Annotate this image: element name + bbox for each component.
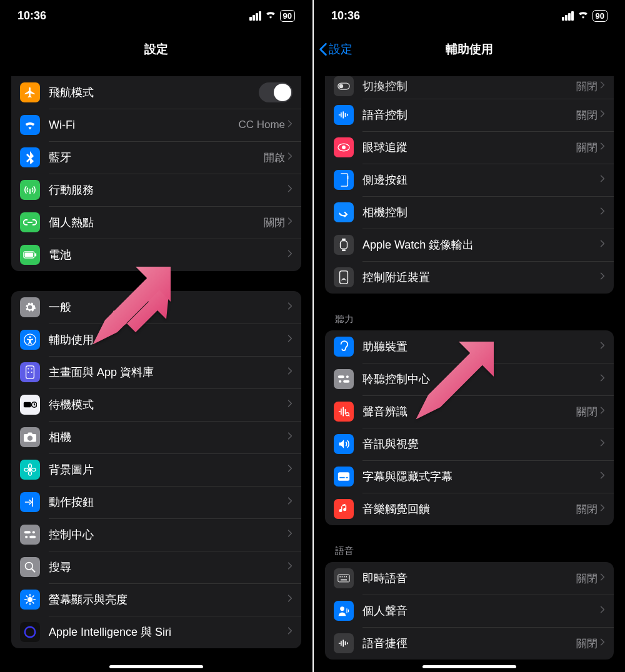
cellular-signal-icon xyxy=(562,11,574,21)
row-value: 開啟 xyxy=(264,151,285,165)
chevron-right-icon xyxy=(288,529,292,540)
row-audio-visual[interactable]: 音訊與視覺 xyxy=(325,428,614,460)
phone-right: 切換控制關閉語音控制關閉眼球追蹤關閉側邊按鈕相機控制Apple Watch 鏡像… xyxy=(312,0,625,672)
svg-point-39 xyxy=(339,380,341,383)
row-live-speech[interactable]: 即時語音關閉 xyxy=(325,562,614,595)
battery-indicator: 90 xyxy=(280,10,295,22)
chevron-right-icon xyxy=(600,341,605,352)
svg-rect-44 xyxy=(338,575,349,582)
svg-point-20 xyxy=(25,536,28,538)
home-indicator[interactable] xyxy=(109,665,203,668)
back-button[interactable]: 設定 xyxy=(319,31,352,67)
svg-rect-41 xyxy=(338,472,349,480)
chevron-right-icon xyxy=(600,142,605,153)
row-hotspot[interactable]: 個人熱點關閉 xyxy=(11,206,301,239)
row-hearing-devices[interactable]: 助聽裝置 xyxy=(325,330,614,363)
row-personal-voice[interactable]: 個人聲音 xyxy=(325,595,614,627)
row-display-brightness[interactable]: 螢幕顯示與亮度 xyxy=(11,583,301,616)
svg-point-30 xyxy=(342,146,346,149)
svg-point-8 xyxy=(28,372,29,373)
row-apple-intelligence-siri[interactable]: Apple Intelligence 與 Siri xyxy=(11,616,301,648)
nearby-icon xyxy=(334,267,354,287)
row-label: 背景圖片 xyxy=(49,462,288,477)
row-label: 控制附近裝置 xyxy=(362,270,600,285)
row-search[interactable]: 搜尋 xyxy=(11,551,301,583)
row-bluetooth[interactable]: 藍牙開啟 xyxy=(11,141,301,174)
row-value: 關閉 xyxy=(576,502,598,516)
row-side-button[interactable]: 側邊按鈕 xyxy=(325,164,614,196)
svg-rect-10 xyxy=(24,402,31,407)
group-header-hearing: 聽力 xyxy=(335,314,604,325)
svg-point-22 xyxy=(28,597,32,602)
row-voice-shortcut[interactable]: 語音捷徑關閉 xyxy=(325,627,614,660)
row-label: Apple Watch 鏡像輸出 xyxy=(362,237,600,252)
svg-rect-49 xyxy=(341,580,347,581)
row-battery[interactable]: 電池 xyxy=(11,239,301,271)
chevron-right-icon xyxy=(600,109,605,121)
svg-rect-1 xyxy=(25,253,34,257)
row-sound-recognition[interactable]: 聲音辨識關閉 xyxy=(325,395,614,428)
chevron-right-icon xyxy=(288,464,292,475)
camctrl-icon xyxy=(334,202,354,222)
row-hearing-control-center[interactable]: 聆聽控制中心 xyxy=(325,363,614,395)
row-label: 相機 xyxy=(49,430,288,445)
svg-point-28 xyxy=(339,84,344,89)
chevron-right-icon xyxy=(288,626,292,638)
row-wallpaper[interactable]: 背景圖片 xyxy=(11,453,301,486)
svg-point-6 xyxy=(28,368,29,369)
svg-rect-46 xyxy=(342,576,343,578)
svg-point-37 xyxy=(346,375,349,378)
brightness-icon xyxy=(20,590,40,610)
row-label: 動作按鈕 xyxy=(49,495,288,510)
row-value: 關閉 xyxy=(264,215,285,230)
row-music-haptics[interactable]: 音樂觸覺回饋關閉 xyxy=(325,493,614,525)
row-eye-tracking[interactable]: 眼球追蹤關閉 xyxy=(325,131,614,164)
svg-point-14 xyxy=(29,472,32,476)
cellular-signal-icon xyxy=(249,11,261,21)
row-label: 側邊按鈕 xyxy=(362,172,600,187)
toggle-airplane-mode[interactable] xyxy=(259,82,292,102)
chevron-right-icon xyxy=(288,432,292,443)
row-control-center[interactable]: 控制中心 xyxy=(11,518,301,551)
row-label: Wi-Fi xyxy=(49,119,238,132)
row-accessibility[interactable]: 輔助使用 xyxy=(11,324,301,356)
sidebtn-icon xyxy=(334,170,354,190)
link-icon xyxy=(20,212,40,232)
row-apple-watch-mirror[interactable]: Apple Watch 鏡像輸出 xyxy=(325,229,614,261)
voice-icon xyxy=(334,105,354,125)
home-indicator[interactable] xyxy=(422,665,516,668)
row-wifi[interactable]: Wi-FiCC Home xyxy=(11,109,301,141)
row-camera-control[interactable]: 相機控制 xyxy=(325,196,614,229)
chevron-right-icon xyxy=(600,239,605,250)
chevron-right-icon xyxy=(600,373,605,385)
speaker-icon xyxy=(334,434,354,454)
voiceshort-icon xyxy=(334,633,354,653)
svg-point-15 xyxy=(24,468,29,472)
svg-rect-5 xyxy=(26,366,34,378)
row-subtitles[interactable]: 字幕與隱藏式字幕 xyxy=(325,460,614,493)
row-camera[interactable]: 相機 xyxy=(11,421,301,453)
navbar-left: 設定 xyxy=(0,31,312,67)
chevron-right-icon xyxy=(600,503,605,515)
row-cellular[interactable]: 行動服務 xyxy=(11,174,301,206)
svg-rect-17 xyxy=(24,531,31,533)
row-action-button[interactable]: 動作按鈕 xyxy=(11,486,301,518)
row-switch-control[interactable]: 切換控制關閉 xyxy=(325,76,614,99)
row-homescreen-applib[interactable]: 主畫面與 App 資料庫 xyxy=(11,356,301,388)
row-standby[interactable]: 待機模式 xyxy=(11,388,301,421)
battery-indicator: 90 xyxy=(592,10,608,22)
keyboard-icon xyxy=(334,568,354,588)
row-label: 助聽裝置 xyxy=(362,339,600,354)
row-label: 聆聽控制中心 xyxy=(362,372,600,387)
row-label: 語音控制 xyxy=(362,107,576,122)
row-label: 眼球追蹤 xyxy=(362,140,576,155)
row-voice-control[interactable]: 語音控制關閉 xyxy=(325,99,614,131)
status-time: 10:36 xyxy=(18,9,46,22)
row-label: 待機模式 xyxy=(49,397,288,412)
svg-point-16 xyxy=(32,468,36,472)
row-general[interactable]: 一般 xyxy=(11,291,301,324)
row-airplane-mode[interactable]: 飛航模式 xyxy=(11,76,301,109)
row-nearby-control[interactable]: 控制附近裝置 xyxy=(325,261,614,294)
ai-icon xyxy=(20,622,40,642)
row-value: 關閉 xyxy=(576,141,598,155)
